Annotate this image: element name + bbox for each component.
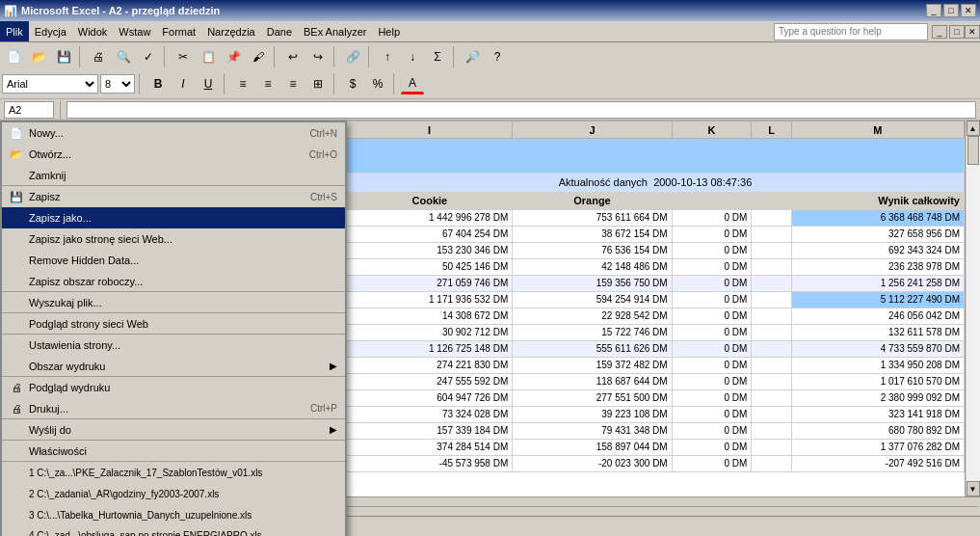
toolbar-row-1: 📄 📂 💾 🖨 🔍 ✓ ✂ 📋 📌 🖌 ↩ ↪ 🔗 ↑ ↓ Σ 🔎 ? bbox=[2, 44, 978, 69]
title-bar: 📊 Microsoft Excel - A2 - przegląd dziedz… bbox=[0, 0, 980, 21]
dd-obszar-wydruku[interactable]: Obszar wydruku ▶ bbox=[2, 356, 345, 377]
dd-wyslij-do[interactable]: Wyślij do ▶ bbox=[2, 419, 345, 441]
menu-plik[interactable]: Plik bbox=[0, 21, 29, 41]
dd-drukuj[interactable]: 🖨 Drukuj... Ctrl+P bbox=[2, 398, 345, 419]
col-i-header[interactable]: I bbox=[346, 121, 512, 139]
app-minimize-button[interactable]: _ bbox=[932, 25, 947, 39]
menu-bex[interactable]: BEx Analyzer bbox=[298, 21, 372, 41]
dd-recent4[interactable]: 4 C:\_zad...\obsluga_sap po stronie ENER… bbox=[2, 525, 345, 536]
orange-header: Orange bbox=[513, 192, 672, 209]
copy-button[interactable]: 📋 bbox=[197, 46, 220, 67]
dd-recent1[interactable]: 1 C:\_za...\PKE_Zalacznik_17_SzablonTest… bbox=[2, 462, 345, 483]
date-label: Aktualność danych bbox=[559, 176, 648, 188]
dd-wlasciwosci[interactable]: Właściwości bbox=[2, 441, 345, 462]
sort-asc-button[interactable]: ↑ bbox=[376, 46, 399, 67]
title-bar-controls: _ □ ✕ bbox=[926, 4, 976, 17]
formula-input[interactable] bbox=[66, 101, 976, 119]
print-preview-icon: 🖨 bbox=[8, 382, 25, 393]
format-painter-button[interactable]: 🖌 bbox=[247, 46, 270, 67]
menu-widok[interactable]: Widok bbox=[72, 21, 114, 41]
print-button[interactable]: 🖨 bbox=[87, 46, 110, 67]
menu-wstaw[interactable]: Wstaw bbox=[113, 21, 156, 41]
empty-header bbox=[672, 192, 752, 209]
app-icon: 📊 bbox=[4, 5, 17, 17]
submenu-arrow: ▶ bbox=[330, 361, 337, 371]
paste-button[interactable]: 📌 bbox=[222, 46, 245, 67]
scroll-thumb[interactable] bbox=[967, 136, 979, 165]
italic-button[interactable]: I bbox=[172, 73, 195, 94]
percent-button[interactable]: % bbox=[366, 73, 389, 94]
preview-button[interactable]: 🔍 bbox=[112, 46, 135, 67]
menu-bar: Plik Edycja Widok Wstaw Format Narzędzia… bbox=[0, 21, 980, 42]
new-button[interactable]: 📄 bbox=[2, 46, 25, 67]
dd-remove-hidden[interactable]: Remove Hidden Data... bbox=[2, 250, 345, 271]
sep3 bbox=[274, 46, 278, 67]
save-button[interactable]: 💾 bbox=[52, 46, 75, 67]
color-button[interactable]: A bbox=[401, 73, 424, 94]
sep5 bbox=[368, 46, 372, 67]
sort-desc-button[interactable]: ↓ bbox=[401, 46, 424, 67]
dd-recent3[interactable]: 3 C:\...\Tabelka_Hurtownia_Danych_uzupel… bbox=[2, 504, 345, 525]
menu-format[interactable]: Format bbox=[156, 21, 201, 41]
merge-button[interactable]: ⊞ bbox=[306, 73, 330, 94]
date-cell: Aktualność danych 2000-10-13 08:47:36 bbox=[346, 174, 964, 193]
dd-zapisz-jako[interactable]: Zapisz jako... bbox=[2, 207, 345, 228]
col-l-header[interactable]: L bbox=[752, 121, 791, 139]
sum-button[interactable]: Σ bbox=[426, 46, 449, 67]
align-left-button[interactable]: ≡ bbox=[231, 73, 254, 94]
dd-recent2[interactable]: 2 C:\_zadania\_AR\godziny_fy2003-2007.xl… bbox=[2, 483, 345, 504]
spell-button[interactable]: ✓ bbox=[137, 46, 160, 67]
underline-button[interactable]: U bbox=[197, 73, 220, 94]
menu-edycja[interactable]: Edycja bbox=[29, 21, 72, 41]
menu-help[interactable]: Help bbox=[372, 21, 406, 41]
toolbar-row-2: Arial 8 B I U ≡ ≡ ≡ ⊞ $ % A bbox=[2, 71, 978, 96]
scroll-track[interactable] bbox=[967, 136, 980, 481]
scroll-down-button[interactable]: ▼ bbox=[967, 481, 980, 496]
sep8 bbox=[224, 73, 227, 94]
dd-wyszukaj[interactable]: Wyszukaj plik... bbox=[2, 292, 345, 313]
minimize-button[interactable]: _ bbox=[926, 4, 941, 17]
app-restore-button[interactable]: □ bbox=[949, 25, 965, 39]
sep4 bbox=[333, 46, 337, 67]
formula-divider bbox=[60, 101, 61, 119]
dd-zamknij[interactable]: Zamknij bbox=[2, 165, 345, 186]
size-select[interactable]: 8 bbox=[100, 74, 135, 94]
insert-link-button[interactable]: 🔗 bbox=[341, 46, 364, 67]
open-button[interactable]: 📂 bbox=[27, 46, 50, 67]
dd-ustawienia[interactable]: Ustawienia strony... bbox=[2, 335, 345, 356]
dd-zapisz-obszar[interactable]: Zapisz obszar roboczy... bbox=[2, 271, 345, 292]
cell-reference-input[interactable] bbox=[4, 101, 54, 119]
dd-zapisz-strone[interactable]: Zapisz jako stronę sieci Web... bbox=[2, 228, 345, 250]
align-center-button[interactable]: ≡ bbox=[256, 73, 279, 94]
save-icon: 💾 bbox=[8, 191, 25, 203]
maximize-button[interactable]: □ bbox=[943, 4, 959, 17]
sep1 bbox=[79, 46, 83, 67]
redo-button[interactable]: ↪ bbox=[306, 46, 330, 67]
col-k-header[interactable]: K bbox=[672, 121, 752, 139]
close-button[interactable]: ✕ bbox=[961, 4, 976, 17]
dd-nowy[interactable]: 📄 Nowy... Ctrl+N bbox=[2, 122, 345, 144]
dd-otworz[interactable]: 📂 Otwórz... Ctrl+O bbox=[2, 144, 345, 165]
col-m-header[interactable]: M bbox=[791, 121, 964, 139]
help2-button[interactable]: ? bbox=[486, 46, 509, 67]
dd-zapisz[interactable]: 💾 Zapisz Ctrl+S bbox=[2, 186, 345, 207]
zoom-button[interactable]: 🔎 bbox=[461, 46, 484, 67]
dd-podglad-wydruku[interactable]: 🖨 Podgląd wydruku bbox=[2, 377, 345, 398]
vertical-scrollbar[interactable]: ▲ ▼ bbox=[965, 121, 980, 496]
menu-narzedzia[interactable]: Narzędzia bbox=[201, 21, 261, 41]
dropdown-menu: 📄 Nowy... Ctrl+N 📂 Otwórz... Ctrl+O Zamk… bbox=[0, 121, 347, 536]
col-j-header[interactable]: J bbox=[513, 121, 672, 139]
bold-button[interactable]: B bbox=[146, 73, 170, 94]
undo-button[interactable]: ↩ bbox=[281, 46, 305, 67]
sep6 bbox=[453, 46, 457, 67]
currency-button[interactable]: $ bbox=[341, 73, 364, 94]
menu-dane[interactable]: Dane bbox=[261, 21, 298, 41]
scroll-up-button[interactable]: ▲ bbox=[967, 121, 980, 136]
dd-podglad-strony[interactable]: Podgląd strony sieci Web bbox=[2, 313, 345, 335]
font-select[interactable]: Arial bbox=[2, 74, 98, 94]
align-right-button[interactable]: ≡ bbox=[281, 73, 305, 94]
app-close-button[interactable]: ✕ bbox=[965, 25, 980, 39]
help-input[interactable] bbox=[774, 23, 928, 40]
cut-button[interactable]: ✂ bbox=[172, 46, 195, 67]
window-title: Microsoft Excel - A2 - przegląd dziedzin bbox=[21, 5, 220, 16]
